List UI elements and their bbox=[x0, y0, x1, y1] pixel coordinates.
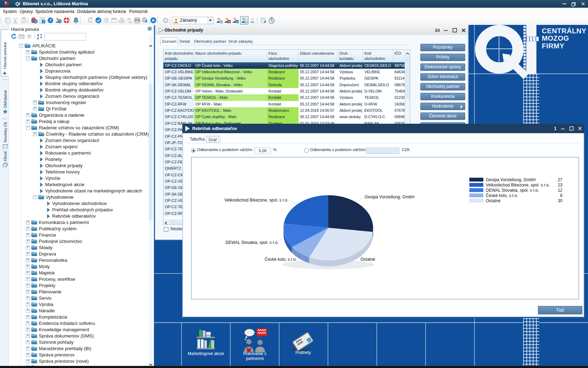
svg-text:Z: Z bbox=[37, 36, 39, 40]
svg-text:?: ? bbox=[49, 18, 52, 22]
svg-text:?: ? bbox=[35, 20, 37, 23]
svg-text:FIRMY: FIRMY bbox=[542, 42, 565, 50]
svg-text:27: 27 bbox=[558, 177, 563, 182]
svg-text:DEWAL Slovakia, spol. s r.o.: DEWAL Slovakia, spol. s r.o. bbox=[486, 188, 539, 193]
svg-text:Marketingové akcie: Marketingové akcie bbox=[188, 351, 224, 356]
svg-text:DEWAL Slovakia, spol. s r.o.: DEWAL Slovakia, spol. s r.o. bbox=[225, 240, 279, 245]
svg-text:Gesipa Vorstellung, GmbH: Gesipa Vorstellung, GmbH bbox=[365, 195, 414, 199]
svg-text:?: ? bbox=[43, 20, 44, 23]
svg-text:MOZOG: MOZOG bbox=[542, 34, 569, 42]
svg-text:12: 12 bbox=[558, 188, 563, 193]
svg-text:Velkoobchod Bikezone, spol. s: Velkoobchod Bikezone, spol. s r.o. bbox=[486, 183, 550, 188]
svg-text:?: ? bbox=[59, 20, 61, 23]
svg-text:partnermi: partnermi bbox=[246, 356, 264, 361]
svg-text:České kolo, s.r.o.: České kolo, s.r.o. bbox=[486, 193, 518, 198]
svg-text:České kolo, s.r.o.: České kolo, s.r.o. bbox=[265, 257, 297, 262]
svg-text:Ostatné: Ostatné bbox=[486, 198, 500, 203]
svg-text:Velkoobchod Bikezone, spol. s: Velkoobchod Bikezone, spol. s r.o. bbox=[224, 198, 288, 203]
svg-text:23: 23 bbox=[558, 183, 563, 188]
svg-text:Ostatné: Ostatné bbox=[360, 257, 375, 262]
svg-text:Gesipa Vorstellung, GmbH: Gesipa Vorstellung, GmbH bbox=[486, 177, 536, 182]
svg-text:Rokovanie s: Rokovanie s bbox=[243, 351, 266, 356]
svg-text:30: 30 bbox=[558, 198, 563, 203]
svg-text:8: 8 bbox=[560, 193, 562, 198]
svg-text:CENTRÁLNY: CENTRÁLNY bbox=[542, 27, 587, 35]
svg-text:Podnety: Podnety bbox=[295, 350, 311, 355]
